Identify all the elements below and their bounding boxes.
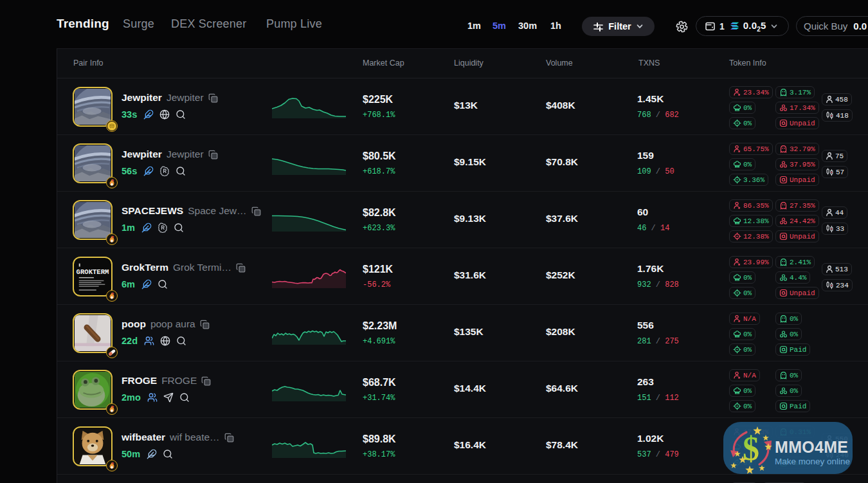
svg-text:$: $ [743, 430, 759, 467]
svg-text:GROKTERM: GROKTERM [77, 268, 109, 276]
